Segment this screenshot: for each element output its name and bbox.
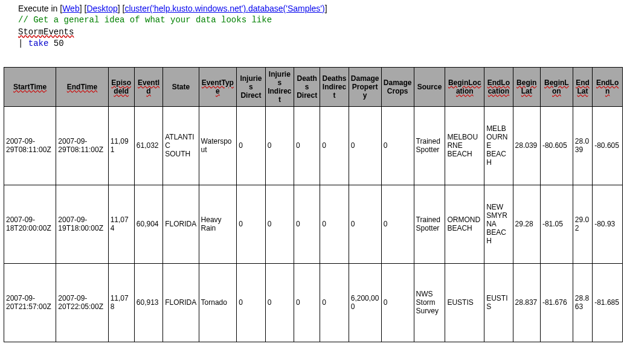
execute-bar: Execute in [Web] [Desktop] [cluster('hel… xyxy=(18,4,618,13)
cell-eventid: 60,913 xyxy=(134,263,162,342)
cell-beginlat: 28.837 xyxy=(513,263,540,342)
col-endlon[interactable]: EndLon xyxy=(593,67,623,106)
cell-eventid: 61,032 xyxy=(134,106,162,185)
cell-damageproperty: 6,200,000 xyxy=(349,263,381,342)
col-starttime[interactable]: StartTime xyxy=(4,67,56,106)
col-eventtype[interactable]: EventType xyxy=(199,67,237,106)
execute-web-link[interactable]: Web xyxy=(62,4,80,13)
col-endtime[interactable]: EndTime xyxy=(56,67,108,106)
code-arg: 50 xyxy=(48,39,63,48)
cell-endlocation: MELBOURNE BEACH xyxy=(484,106,513,185)
cell-endtime: 2007-09-19T18:00:00Z xyxy=(56,185,108,263)
cell-beginlat: 29.28 xyxy=(513,185,540,263)
cell-deathsindirect: 0 xyxy=(320,185,349,263)
cell-beginlon: -81.05 xyxy=(540,185,573,263)
cell-deathsdirect: 0 xyxy=(294,185,320,263)
execute-desktop-link[interactable]: Desktop xyxy=(86,4,117,13)
col-damage-property[interactable]: Damage Property xyxy=(349,67,381,106)
table-header-row: StartTime EndTime EpisodeId EventId Stat… xyxy=(4,67,623,106)
col-beginlocation[interactable]: BeginLocation xyxy=(445,67,484,106)
cell-source: NWS Storm Survey xyxy=(414,263,445,342)
cell-eventtype: Tornado xyxy=(199,263,237,342)
code-pipe: | xyxy=(18,39,28,48)
cell-beginlon: -81.676 xyxy=(540,263,573,342)
cell-deathsindirect: 0 xyxy=(320,263,349,342)
cell-damagecrops: 0 xyxy=(381,263,414,342)
cell-endlat: 28.039 xyxy=(573,106,592,185)
cell-deathsindirect: 0 xyxy=(320,106,349,185)
col-injuries-direct[interactable]: Injuries Direct xyxy=(237,67,265,106)
col-beginlon[interactable]: BeginLon xyxy=(540,67,573,106)
cell-starttime: 2007-09-20T21:57:00Z xyxy=(4,263,56,342)
execute-cluster-link[interactable]: cluster('help.kusto.windows.net').databa… xyxy=(124,4,324,13)
col-deaths-direct[interactable]: Deaths Direct xyxy=(294,67,320,106)
query-editor[interactable]: // Get a general idea of what your data … xyxy=(18,14,618,50)
cell-source: Trained Spotter xyxy=(414,106,445,185)
cell-endlocation: NEW SMYRNA BEACH xyxy=(484,185,513,263)
code-comment: // Get a general idea of what your data … xyxy=(18,15,272,25)
table-row[interactable]: 2007-09-18T20:00:00Z2007-09-19T18:00:00Z… xyxy=(4,185,623,263)
cell-damageproperty: 0 xyxy=(349,185,381,263)
cell-beginlocation: EUSTIS xyxy=(445,263,484,342)
cell-endlocation: EUSTIS xyxy=(484,263,513,342)
cell-endlon: -80.605 xyxy=(593,106,623,185)
col-damage-crops[interactable]: Damage Crops xyxy=(381,67,414,106)
col-episodeid[interactable]: EpisodeId xyxy=(108,67,134,106)
cell-deathsdirect: 0 xyxy=(294,106,320,185)
cell-injuriesdirect: 0 xyxy=(237,263,265,342)
col-endlat[interactable]: EndLat xyxy=(573,67,592,106)
cell-injuriesdirect: 0 xyxy=(237,185,265,263)
cell-state: FLORIDA xyxy=(163,263,199,342)
cell-endtime: 2007-09-29T08:11:00Z xyxy=(56,106,108,185)
cell-injuriesindirect: 0 xyxy=(265,185,294,263)
col-source[interactable]: Source xyxy=(414,67,445,106)
col-eventid[interactable]: EventId xyxy=(134,67,162,106)
cell-endlat: 28.863 xyxy=(573,263,592,342)
cell-eventid: 60,904 xyxy=(134,185,162,263)
cell-episodeid: 11,091 xyxy=(108,106,134,185)
cell-eventtype: Heavy Rain xyxy=(199,185,237,263)
table-body: 2007-09-29T08:11:00Z2007-09-29T08:11:00Z… xyxy=(4,106,623,342)
cell-beginlocation: ORMOND BEACH xyxy=(445,185,484,263)
col-deaths-indirect[interactable]: Deaths Indirect xyxy=(320,67,349,106)
cell-beginlocation: MELBOURNE BEACH xyxy=(445,106,484,185)
cell-endlon: -81.685 xyxy=(593,263,623,342)
cell-state: ATLANTIC SOUTH xyxy=(163,106,199,185)
table-row[interactable]: 2007-09-29T08:11:00Z2007-09-29T08:11:00Z… xyxy=(4,106,623,185)
cell-endtime: 2007-09-20T22:05:00Z xyxy=(56,263,108,342)
cell-eventtype: Waterspout xyxy=(199,106,237,185)
cell-beginlat: 28.039 xyxy=(513,106,540,185)
cell-deathsdirect: 0 xyxy=(294,263,320,342)
cell-starttime: 2007-09-29T08:11:00Z xyxy=(4,106,56,185)
code-keyword-take: take xyxy=(28,39,49,48)
cell-injuriesindirect: 0 xyxy=(265,263,294,342)
col-endlocation[interactable]: EndLocation xyxy=(484,67,513,106)
cell-endlat: 29.02 xyxy=(573,185,592,263)
cell-endlon: -80.93 xyxy=(593,185,623,263)
cell-episodeid: 11,074 xyxy=(108,185,134,263)
cell-episodeid: 11,078 xyxy=(108,263,134,342)
results-table: StartTime EndTime EpisodeId EventId Stat… xyxy=(4,67,623,342)
cell-source: Trained Spotter xyxy=(414,185,445,263)
col-state[interactable]: State xyxy=(163,67,199,106)
cell-damagecrops: 0 xyxy=(381,185,414,263)
code-table: StormEvents xyxy=(18,27,74,37)
cell-state: FLORIDA xyxy=(163,185,199,263)
cell-starttime: 2007-09-18T20:00:00Z xyxy=(4,185,56,263)
cell-damagecrops: 0 xyxy=(381,106,414,185)
table-row[interactable]: 2007-09-20T21:57:00Z2007-09-20T22:05:00Z… xyxy=(4,263,623,342)
col-beginlat[interactable]: BeginLat xyxy=(513,67,540,106)
col-injuries-indirect[interactable]: Injuries Indirect xyxy=(265,67,294,106)
cell-damageproperty: 0 xyxy=(349,106,381,185)
cell-beginlon: -80.605 xyxy=(540,106,573,185)
execute-label: Execute in xyxy=(18,4,57,13)
cell-injuriesdirect: 0 xyxy=(237,106,265,185)
cell-injuriesindirect: 0 xyxy=(265,106,294,185)
